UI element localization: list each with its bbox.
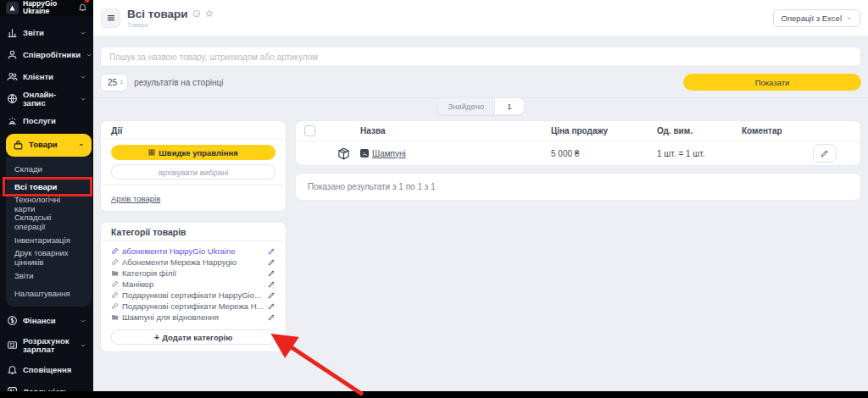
logo-icon (6, 2, 19, 14)
per-page-select[interactable]: 25 (100, 74, 128, 91)
category-row[interactable]: Манікюр (111, 279, 275, 290)
products-archive-link[interactable]: Архів товарів (111, 194, 160, 203)
show-results-button[interactable]: Показати (683, 74, 861, 91)
search-input[interactable] (101, 53, 860, 62)
info-icon[interactable] (192, 9, 201, 18)
category-label[interactable]: Абонементи Мережа Happygio (122, 257, 264, 267)
sidebar-item-label: Товари (29, 141, 73, 149)
product-price: 5 000 ₴ (551, 149, 657, 158)
found-tab-group: Знайдено 1 (437, 97, 524, 115)
excel-operations-button[interactable]: Операції з Excel (773, 9, 860, 27)
category-label[interactable]: абонементи HappyGio Ukraine (122, 246, 264, 256)
table-header-row: Назва Ціна продажу Од. вим. Коментар (296, 121, 860, 141)
chevron-down-icon (80, 96, 86, 102)
sidebar-item-reports[interactable]: Звіти (0, 22, 93, 44)
categories-card-title: Категорії товарів (101, 223, 286, 241)
sidebar-item-label: Сповіщення (23, 366, 86, 374)
category-label[interactable]: Манікюр (122, 279, 264, 289)
chevron-up-icon (78, 141, 85, 148)
folder-icon (111, 269, 119, 277)
link-icon (111, 247, 119, 255)
edit-product-button[interactable] (813, 144, 837, 163)
stepper-icon (119, 78, 125, 86)
sidebar-item-employees[interactable]: Співробітники (0, 44, 93, 66)
bar-chart-icon (7, 27, 18, 38)
submenu-item-all-products[interactable]: Всі товари (6, 178, 92, 196)
tab-found-label[interactable]: Знайдено (437, 98, 494, 114)
sidebar-item-online-booking[interactable]: Онлайн-запис (0, 88, 93, 110)
page-title: Всі товари (127, 8, 188, 20)
finance-icon (7, 315, 18, 326)
plus-icon: + (154, 332, 159, 342)
category-row[interactable]: Подарункові сертифікати Мережа Н... (111, 301, 275, 312)
sidebar-item-notifications[interactable]: Сповіщення (0, 359, 93, 381)
submenu-item-warehouse-operations[interactable]: Складські операції (6, 213, 92, 231)
category-label[interactable]: Подарункові сертифікати HappyGio... (122, 290, 264, 300)
category-row[interactable]: абонементи HappyGio Ukraine (111, 246, 275, 257)
bell-icon (7, 364, 18, 375)
select-all-checkbox[interactable] (304, 125, 315, 136)
left-column: Дії Швидке управління архівувати вибрані… (100, 120, 287, 352)
submenu-item-inventory[interactable]: Інвентаризація (6, 231, 92, 249)
globe-icon (7, 93, 18, 104)
submenu-item-price-tags[interactable]: Друк товарних цінників (6, 249, 92, 267)
category-label[interactable]: Категорія філії (122, 268, 264, 278)
tab-found-count[interactable]: 1 (494, 98, 523, 114)
add-category-button[interactable]: + Додати категорію (111, 329, 275, 345)
breadcrumb: Товари (127, 21, 214, 29)
column-header-name: Назва (360, 126, 551, 135)
sidebar-logo-bar: HappyGio Ukraine (0, 0, 93, 16)
content-area: Дії Швидке управління архівувати вибрані… (93, 120, 868, 352)
folder-icon (111, 313, 119, 321)
submenu-item-reports[interactable]: Звіти (6, 267, 92, 285)
sidebar-item-products[interactable]: Товари (6, 134, 92, 157)
category-row[interactable]: Подарункові сертифікати HappyGio... (111, 290, 275, 301)
pencil-icon[interactable] (268, 258, 275, 266)
submenu-item-warehouses[interactable]: Склади (6, 160, 92, 178)
logo-text: HappyGio Ukraine (23, 0, 74, 16)
list-controls-row: 25 результатів на сторінці Показати (100, 73, 861, 91)
actions-card: Дії Швидке управління архівувати вибрані… (100, 120, 287, 212)
quick-manage-button[interactable]: Швидке управління (111, 145, 275, 160)
submenu-item-tech-cards[interactable]: Технологічні карти (6, 196, 92, 213)
employees-icon (7, 49, 18, 60)
sidebar-menu: Звіти Співробітники Клієнти Онлайн-запис (0, 16, 93, 398)
column-header-price: Ціна продажу (551, 126, 657, 135)
sidebar-item-payroll[interactable]: Розрахунок зарплат (0, 332, 93, 359)
star-icon[interactable] (205, 9, 214, 18)
pencil-icon[interactable] (268, 247, 275, 255)
link-icon (111, 302, 119, 310)
products-table-card: Назва Ціна продажу Од. вим. Коментар (295, 120, 861, 166)
product-unit: 1 шт. = 1 шт. (657, 149, 742, 158)
chevron-down-icon (80, 342, 86, 349)
hamburger-menu-button[interactable] (101, 8, 120, 28)
pencil-icon[interactable] (268, 313, 275, 321)
category-row[interactable]: Абонементи Мережа Happygio (111, 257, 275, 268)
link-icon (111, 291, 119, 299)
column-header-comment: Коментар (742, 126, 813, 135)
notification-badge (85, 0, 89, 3)
product-name-link[interactable]: Шампуні (372, 149, 406, 158)
product-thumbnail-icon (360, 149, 369, 158)
notification-bell-icon[interactable] (78, 0, 87, 15)
chevron-down-icon (846, 15, 852, 21)
submenu-item-settings[interactable]: Налаштування (6, 285, 92, 302)
category-row[interactable]: Шампуні для відновлення (111, 312, 275, 323)
sidebar-item-clients[interactable]: Клієнти (0, 66, 93, 88)
main-content: Всі товари Товари Операції з Excel 25 ре… (93, 0, 868, 398)
sidebar-item-finance[interactable]: Фінанси (0, 310, 93, 332)
category-row[interactable]: Категорія філії (111, 268, 275, 279)
grid-icon (148, 149, 155, 156)
category-label[interactable]: Шампуні для відновлення (122, 312, 264, 322)
pencil-icon[interactable] (268, 291, 275, 299)
pencil-icon[interactable] (268, 269, 275, 277)
category-label[interactable]: Подарункові сертифікати Мережа Н... (122, 301, 264, 311)
pencil-icon[interactable] (268, 302, 275, 310)
chevron-down-icon (80, 318, 86, 324)
sidebar-item-label: Звіти (23, 29, 75, 37)
archive-selected-button[interactable]: архівувати вибрані (111, 164, 275, 180)
sidebar-item-services[interactable]: Послуги (0, 110, 93, 132)
table-row[interactable]: Шампуні 5 000 ₴ 1 шт. = 1 шт. (296, 141, 860, 165)
pencil-icon[interactable] (268, 280, 275, 288)
page-header: Всі товари Товари Операції з Excel (93, 0, 868, 36)
